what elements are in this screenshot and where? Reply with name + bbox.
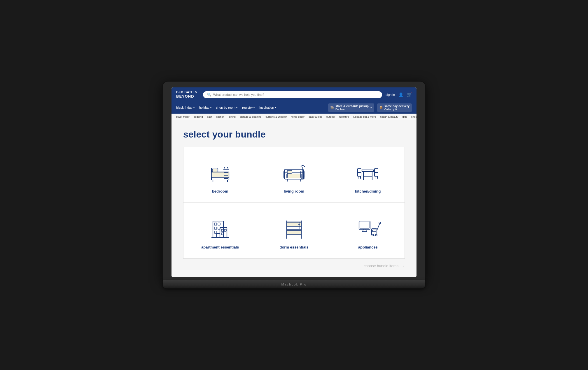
svg-rect-36 (218, 223, 220, 225)
store-pickup-subtitle: Dedham (335, 108, 369, 111)
footer-row: choose bundle items → (183, 259, 405, 269)
svg-rect-39 (214, 231, 217, 233)
sub-link-bath[interactable]: bath (207, 115, 212, 118)
nav-primary: black friday ▾ holiday ▾ shop by room ▾ … (172, 102, 416, 114)
logo[interactable]: BED BATH & BEYOND (176, 90, 200, 99)
sub-link-bedding[interactable]: bedding (194, 115, 203, 118)
nav-sub: black friday bedding bath kitchen dining… (172, 114, 416, 120)
main-content: select your bundle (172, 120, 416, 277)
delivery-icon: 📦 (379, 106, 383, 109)
nav-top: BED BATH & BEYOND 🔍 sign in 👤 🛒 (172, 87, 416, 102)
nav-link-inspiration[interactable]: inspiration ▾ (259, 106, 276, 109)
nav-link-black-friday[interactable]: black friday ▾ (176, 106, 195, 109)
nav-delivery: 🏬 store & curbside pickup Dedham ▾ 📦 sam… (328, 103, 412, 112)
store-pickup-pill[interactable]: 🏬 store & curbside pickup Dedham ▾ (328, 103, 374, 112)
nav-links: black friday ▾ holiday ▾ shop by room ▾ … (176, 106, 276, 109)
logo-line2: BEYOND (176, 94, 200, 99)
choose-bundle-items-button[interactable]: choose bundle items → (364, 263, 405, 269)
dorm-label: dorm essentials (279, 245, 308, 249)
page-title: select your bundle (183, 129, 405, 140)
svg-rect-48 (287, 222, 301, 226)
arrow-right-icon: → (400, 263, 405, 269)
bundle-card-kitchen-dining[interactable]: kitchen/dining (331, 147, 405, 202)
appliances-label: appliances (358, 245, 378, 249)
sub-link-brand[interactable]: shop by brand (411, 115, 416, 118)
sub-link-health[interactable]: health & beauty (380, 115, 398, 118)
bundle-grid: bedroom (183, 147, 405, 259)
sub-link-furniture[interactable]: furniture (339, 115, 349, 118)
bundle-card-dorm[interactable]: dorm essentials (257, 203, 330, 258)
svg-rect-42 (224, 229, 226, 231)
nav-link-registry[interactable]: registry ▾ (242, 106, 255, 109)
search-icon: 🔍 (207, 93, 211, 97)
svg-rect-57 (359, 221, 370, 229)
bundle-card-bedroom[interactable]: bedroom (183, 147, 257, 202)
sub-link-storage[interactable]: storage & cleaning (240, 115, 262, 118)
svg-rect-50 (287, 230, 301, 235)
svg-rect-63 (372, 230, 376, 232)
sub-link-outdoor[interactable]: outdoor (326, 115, 335, 118)
chevron-icon: ▾ (236, 106, 237, 109)
svg-rect-2 (212, 169, 217, 172)
screen-bezel: BED BATH & BEYOND 🔍 sign in 👤 🛒 black (163, 82, 425, 280)
search-bar[interactable]: 🔍 (203, 91, 382, 98)
cart-icon[interactable]: 🛒 (407, 92, 412, 97)
laptop-wrapper: BED BATH & BEYOND 🔍 sign in 👤 🛒 black (163, 82, 425, 288)
bedroom-label: bedroom (212, 189, 228, 193)
sign-in-link[interactable]: sign in (386, 93, 395, 96)
apartment-label: apartment essentials (201, 245, 239, 249)
kitchen-dining-label: kitchen/dining (355, 189, 381, 193)
nav-link-shop-by-room[interactable]: shop by room ▾ (216, 106, 238, 109)
sub-link-curtains[interactable]: curtains & window (265, 115, 287, 118)
svg-rect-40 (216, 233, 220, 237)
store-pickup-title: store & curbside pickup (335, 105, 369, 108)
chevron-icon: ▾ (253, 106, 255, 109)
laptop-base: Macbook Pro (163, 280, 425, 288)
dorm-icon (281, 215, 307, 241)
sub-link-baby[interactable]: baby & kids (309, 115, 322, 118)
screen: BED BATH & BEYOND 🔍 sign in 👤 🛒 black (172, 87, 416, 277)
sub-link-kitchen[interactable]: kitchen (216, 115, 225, 118)
svg-rect-21 (362, 170, 374, 172)
search-input[interactable] (213, 93, 378, 96)
svg-rect-18 (287, 170, 292, 173)
appliances-icon (355, 215, 381, 241)
user-icon[interactable]: 👤 (398, 92, 403, 97)
laptop-model-label: Macbook Pro (281, 283, 307, 286)
sub-link-home-decor[interactable]: home decor (291, 115, 305, 118)
svg-rect-58 (360, 222, 369, 228)
store-icon: 🏬 (330, 106, 334, 109)
bundle-card-apartment[interactable]: apartment essentials (183, 203, 257, 258)
sub-link-dining[interactable]: dining (229, 115, 236, 118)
bedroom-icon (207, 159, 233, 185)
chevron-icon: ▾ (210, 106, 211, 109)
same-day-subtitle: Order by 0 (384, 108, 410, 111)
apartment-icon (207, 215, 233, 241)
logo-line1: BED BATH & (176, 90, 200, 94)
chevron-icon: ▾ (275, 106, 276, 109)
choose-bundle-label: choose bundle items (364, 264, 398, 268)
kitchen-dining-icon (355, 159, 381, 185)
nav-link-holiday[interactable]: holiday ▾ (199, 106, 211, 109)
sub-link-black-friday[interactable]: black friday (176, 115, 190, 118)
chevron-icon: ▾ (370, 106, 372, 109)
living-room-label: living room (284, 189, 304, 193)
svg-marker-9 (224, 167, 228, 169)
svg-line-64 (377, 223, 380, 230)
bundle-card-appliances[interactable]: appliances (331, 203, 405, 258)
living-room-icon (281, 159, 307, 185)
nav-actions: sign in 👤 🛒 (386, 92, 412, 97)
bundle-card-living-room[interactable]: living room (257, 147, 330, 202)
svg-line-60 (366, 229, 367, 232)
sub-link-gifts[interactable]: gifts (402, 115, 407, 118)
sub-link-luggage[interactable]: luggage pet & more (353, 115, 376, 118)
same-day-title: same day delivery (384, 105, 410, 108)
svg-rect-35 (214, 223, 217, 225)
chevron-icon: ▾ (193, 106, 195, 109)
svg-line-59 (363, 229, 363, 232)
svg-rect-37 (214, 227, 217, 229)
same-day-pill[interactable]: 📦 same day delivery Order by 0 (377, 103, 412, 112)
